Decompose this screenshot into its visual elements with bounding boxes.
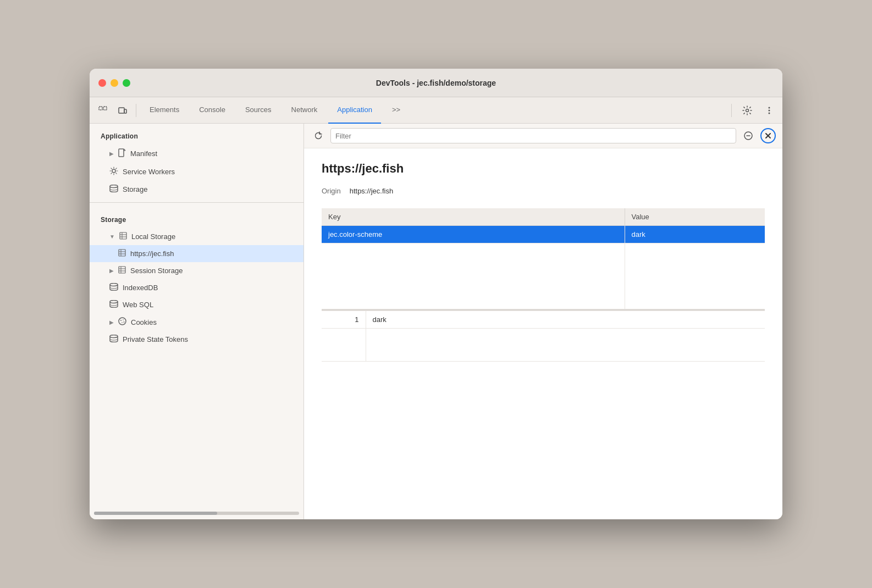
svg-point-4 [746, 109, 749, 112]
tab-application[interactable]: Application [328, 97, 381, 124]
svg-rect-11 [120, 232, 126, 239]
svg-rect-8 [119, 149, 124, 157]
web-sql-label: Web SQL [123, 301, 153, 309]
bottom-cell-empty-1 [322, 329, 366, 362]
sidebar-item-local-storage-jec[interactable]: https://jec.fish [90, 245, 303, 262]
sidebar-item-service-workers[interactable]: Service Workers [90, 163, 303, 181]
local-storage-arrow: ▼ [109, 234, 115, 240]
tab-console[interactable]: Console [190, 97, 234, 124]
local-storage-jec-label: https://jec.fish [130, 249, 174, 258]
sidebar-item-private-state-tokens[interactable]: Private State Tokens [90, 331, 303, 348]
origin-title: https://jec.fish [322, 162, 765, 176]
refresh-button[interactable] [311, 128, 326, 143]
storage-section-title: Storage [90, 207, 303, 228]
bottom-cell-empty-2 [366, 329, 765, 362]
data-table: Key Value jec.color-scheme dark [322, 208, 765, 309]
table-row[interactable]: jec.color-scheme dark [322, 226, 765, 243]
svg-point-27 [123, 319, 124, 320]
svg-rect-3 [124, 109, 126, 113]
sidebar-item-indexed-db[interactable]: IndexedDB [90, 279, 303, 296]
manifest-icon [118, 148, 126, 159]
svg-point-26 [120, 320, 122, 321]
bottom-table: 1 dark [322, 310, 765, 362]
cookies-arrow: ▶ [109, 319, 114, 325]
sidebar-item-session-storage[interactable]: ▶ Session Storage [90, 262, 303, 279]
bottom-section: 1 dark [322, 309, 765, 362]
tab-more[interactable]: >> [383, 97, 409, 124]
sidebar-item-manifest[interactable]: ▶ Manifest [90, 145, 303, 163]
panel-content: https://jec.fish Origin https://jec.fish… [304, 148, 782, 519]
svg-rect-0 [99, 107, 102, 110]
table-cell-empty-value [625, 243, 765, 309]
table-cell-value: dark [625, 226, 765, 243]
tab-elements[interactable]: Elements [141, 97, 188, 124]
svg-point-9 [112, 169, 115, 173]
panel-toolbar [304, 124, 782, 148]
sidebar-scrollbar-thumb[interactable] [94, 512, 217, 515]
manifest-label: Manifest [130, 149, 157, 158]
sidebar-item-web-sql[interactable]: Web SQL [90, 296, 303, 313]
session-storage-arrow: ▶ [109, 268, 114, 274]
svg-point-10 [110, 185, 118, 188]
responsive-icon[interactable] [114, 102, 131, 119]
session-storage-icon [118, 266, 126, 275]
application-section-title: Application [90, 124, 303, 145]
table-row-empty-1 [322, 243, 765, 309]
sidebar-item-cookies[interactable]: ▶ Cookies [90, 313, 303, 331]
filter-input[interactable] [330, 128, 736, 143]
origin-label: Origin [322, 187, 341, 195]
origin-row: Origin https://jec.fish [322, 187, 765, 195]
delete-button[interactable] [760, 128, 776, 143]
tab-bar: Elements Console Sources Network Applica… [90, 97, 782, 124]
svg-rect-1 [103, 107, 107, 110]
svg-point-24 [110, 301, 118, 303]
local-storage-jec-icon [118, 249, 126, 258]
titlebar-title: DevTools - jec.fish/demo/storage [376, 79, 496, 87]
local-storage-icon [119, 232, 127, 241]
sidebar-item-local-storage[interactable]: ▼ Local Storage [90, 228, 303, 245]
bottom-row-num: 1 [322, 311, 366, 329]
sidebar-item-storage-app[interactable]: Storage [90, 181, 303, 198]
devtools-window: DevTools - jec.fish/demo/storage Element… [90, 69, 782, 519]
maximize-button[interactable] [123, 79, 130, 87]
minimize-button[interactable] [111, 79, 118, 87]
local-storage-label: Local Storage [131, 232, 175, 241]
session-storage-label: Session Storage [130, 267, 183, 275]
service-workers-icon [109, 167, 118, 177]
origin-value: https://jec.fish [350, 187, 393, 195]
storage-app-icon [109, 185, 118, 194]
svg-point-30 [110, 335, 118, 338]
svg-point-5 [769, 107, 770, 108]
traffic-lights [98, 79, 130, 87]
table-cell-key: jec.color-scheme [322, 226, 625, 243]
main-content: Application ▶ Manifest [90, 124, 782, 519]
cookies-label: Cookies [131, 318, 157, 326]
col-header-key: Key [322, 208, 625, 226]
storage-app-label: Storage [123, 185, 148, 193]
sidebar: Application ▶ Manifest [90, 124, 304, 519]
svg-rect-2 [119, 108, 124, 113]
sidebar-divider-1 [90, 202, 303, 203]
sidebar-scrollbar[interactable] [94, 512, 299, 515]
tab-sources[interactable]: Sources [236, 97, 280, 124]
svg-point-29 [124, 321, 125, 323]
tab-network[interactable]: Network [283, 97, 327, 124]
service-workers-label: Service Workers [123, 168, 175, 176]
bottom-table-row[interactable]: 1 dark [322, 311, 765, 329]
private-state-tokens-label: Private State Tokens [123, 335, 188, 343]
svg-point-25 [119, 318, 126, 325]
svg-point-23 [110, 284, 118, 286]
toolbar-right [729, 102, 778, 119]
main-panel: https://jec.fish Origin https://jec.fish… [304, 124, 782, 519]
cursor-icon[interactable] [94, 102, 112, 119]
clear-filter-button[interactable] [741, 128, 756, 143]
svg-rect-15 [119, 249, 125, 256]
svg-point-7 [769, 112, 770, 114]
toolbar-separator-2 [731, 104, 732, 117]
col-header-value: Value [625, 208, 765, 226]
close-button[interactable] [98, 79, 106, 87]
more-icon[interactable] [760, 102, 778, 119]
indexed-db-icon [109, 283, 118, 292]
settings-icon[interactable] [738, 102, 756, 119]
svg-point-6 [769, 109, 770, 111]
